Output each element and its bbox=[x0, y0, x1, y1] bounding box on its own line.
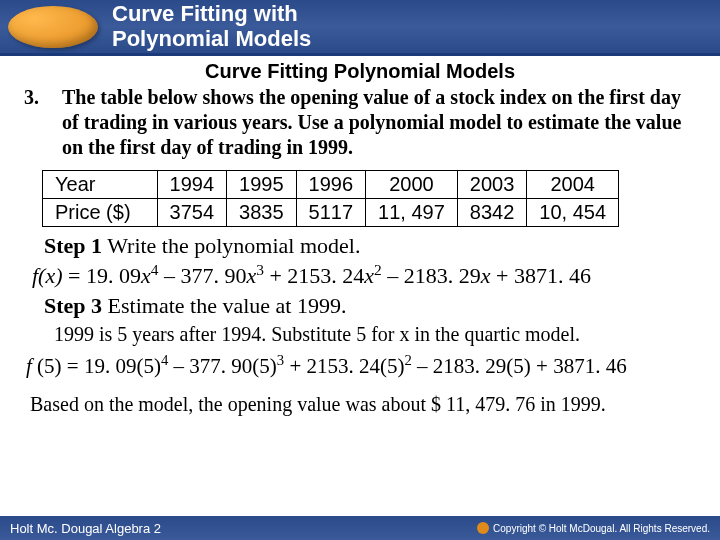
evaluated-equation: f (5) = 19. 09(5)4 – 377. 90(5)3 + 2153.… bbox=[26, 352, 696, 379]
eq2-arg: (5) bbox=[37, 354, 62, 378]
table-row: Price ($) 3754 3835 5117 11, 497 8342 10… bbox=[43, 199, 619, 227]
header-title-line2: Polynomial Models bbox=[112, 26, 311, 51]
example-title: Curve Fitting Polynomial Models bbox=[0, 60, 720, 83]
copyright-prefix: Copyright © bbox=[493, 523, 546, 534]
conclusion-text: Based on the model, the opening value wa… bbox=[30, 393, 696, 416]
table-cell: 2004 bbox=[527, 171, 619, 199]
header-title: Curve Fitting with Polynomial Models bbox=[112, 2, 311, 50]
step-1-text: Write the polynomial model. bbox=[102, 233, 360, 258]
table-cell: 2000 bbox=[366, 171, 458, 199]
table-cell: 1994 bbox=[157, 171, 227, 199]
step-3-text: Estimate the value at 1999. bbox=[102, 293, 346, 318]
eq2-e: 3871. 46 bbox=[553, 354, 627, 378]
problem-number: 3. bbox=[24, 85, 62, 160]
footer-brand: Holt Mc. Dougal Algebra 2 bbox=[10, 521, 161, 536]
step-1: Step 1 Write the polynomial model. bbox=[44, 233, 696, 259]
slide-content: 3. The table below shows the opening val… bbox=[0, 83, 720, 416]
year-label: Year bbox=[43, 171, 158, 199]
table-row: Year 1994 1995 1996 2000 2003 2004 bbox=[43, 171, 619, 199]
data-table: Year 1994 1995 1996 2000 2003 2004 Price… bbox=[42, 170, 619, 227]
eq2-d: 2183. 29(5) bbox=[433, 354, 531, 378]
table-cell: 2003 bbox=[457, 171, 527, 199]
slide-header: Curve Fitting with Polynomial Models bbox=[0, 0, 720, 56]
eq-coef-b: 377. 90 bbox=[180, 263, 246, 288]
eq2-lhs: f bbox=[26, 354, 37, 378]
table-cell: 11, 497 bbox=[366, 199, 458, 227]
table-cell: 1996 bbox=[296, 171, 366, 199]
step-1-label: Step 1 bbox=[44, 233, 102, 258]
substitution-text: 1999 is 5 years after 1994. Substitute 5… bbox=[54, 323, 580, 345]
eq-lhs: f(x) bbox=[32, 263, 63, 288]
table-cell: 3754 bbox=[157, 199, 227, 227]
copyright-text: Holt McDougal. All Rights Reserved. bbox=[549, 523, 710, 534]
table-cell: 1995 bbox=[227, 171, 297, 199]
eq2-c: 2153. 24(5) bbox=[306, 354, 404, 378]
footer-copyright: Copyright © Holt McDougal. All Rights Re… bbox=[477, 522, 710, 534]
header-title-line1: Curve Fitting with bbox=[112, 1, 298, 26]
problem-text: The table below shows the opening value … bbox=[62, 85, 696, 160]
copyright-logo-icon bbox=[477, 522, 489, 534]
polynomial-equation: f(x) = 19. 09x4 – 377. 90x3 + 2153. 24x2… bbox=[32, 261, 696, 289]
table-cell: 10, 454 bbox=[527, 199, 619, 227]
eq-coef-c: 2153. 24 bbox=[287, 263, 364, 288]
eq2-a: 19. 09(5) bbox=[84, 354, 161, 378]
table-cell: 3835 bbox=[227, 199, 297, 227]
eq2-b: 377. 90(5) bbox=[189, 354, 277, 378]
step-3: Step 3 Estimate the value at 1999. bbox=[44, 293, 696, 319]
table-cell: 8342 bbox=[457, 199, 527, 227]
slide-footer: Holt Mc. Dougal Algebra 2 Copyright © Ho… bbox=[0, 516, 720, 540]
step-3-label: Step 3 bbox=[44, 293, 102, 318]
header-oval-icon bbox=[8, 6, 98, 48]
problem-statement: 3. The table below shows the opening val… bbox=[24, 85, 696, 160]
price-label: Price ($) bbox=[43, 199, 158, 227]
table-cell: 5117 bbox=[296, 199, 366, 227]
substitution-note: 1999 is 5 years after 1994. Substitute 5… bbox=[54, 323, 696, 346]
eq-coef-d: 2183. 29 bbox=[404, 263, 481, 288]
eq-coef-e: 3871. 46 bbox=[514, 263, 591, 288]
eq-coef-a: 19. 09 bbox=[86, 263, 141, 288]
